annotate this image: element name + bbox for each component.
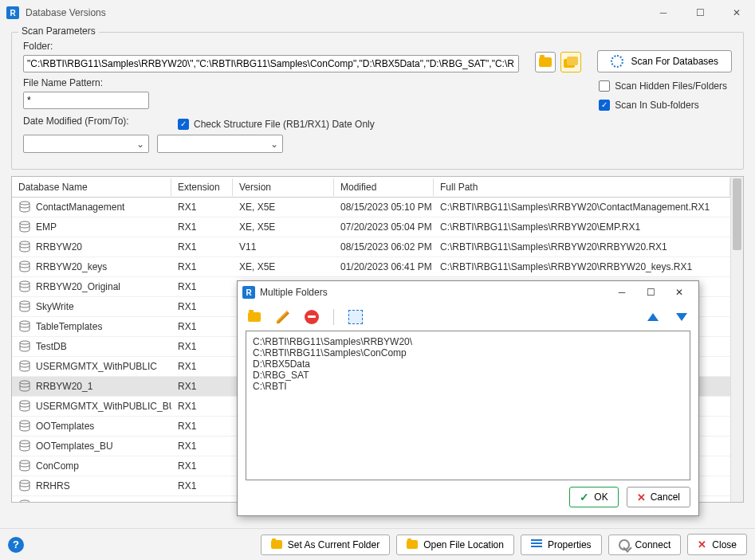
chevron-down-icon: ⌄ bbox=[268, 139, 281, 150]
pencil-icon bbox=[277, 311, 289, 323]
x-icon: ✕ bbox=[698, 538, 706, 550]
cell-ext: RX1 bbox=[171, 259, 233, 275]
cell-name: USERMGMTX_WithPUBLIC bbox=[36, 361, 157, 372]
svg-point-11 bbox=[20, 421, 29, 424]
move-down-button[interactable] bbox=[673, 308, 690, 326]
arrow-up-icon bbox=[647, 313, 659, 321]
database-icon bbox=[18, 300, 31, 313]
app-icon: R bbox=[6, 6, 19, 19]
ok-button[interactable]: ✓OK bbox=[569, 487, 618, 507]
cell-ext: RX1 bbox=[171, 199, 233, 215]
pattern-input[interactable] bbox=[23, 92, 149, 109]
cell-name: RRBYW20 bbox=[36, 241, 82, 253]
ok-label: OK bbox=[594, 491, 608, 503]
svg-point-15 bbox=[20, 500, 29, 502]
database-icon bbox=[18, 380, 31, 393]
col-database-name[interactable]: Database Name bbox=[12, 178, 171, 196]
cell-name: RRHRS bbox=[36, 480, 70, 491]
cell-mod: 07/20/2023 05:04 PM bbox=[334, 219, 434, 235]
cell-ext: RX1 bbox=[171, 239, 233, 255]
edit-button[interactable] bbox=[274, 308, 292, 326]
check-structure-checkbox[interactable]: ✓ bbox=[178, 119, 189, 130]
database-icon bbox=[18, 260, 31, 273]
cell-name: ContactManagement bbox=[36, 202, 124, 213]
remove-button[interactable] bbox=[303, 308, 320, 326]
footer-bar: ? Set As Current Folder Open File Locati… bbox=[0, 528, 755, 560]
connect-label: Connect bbox=[635, 539, 671, 550]
dialog-title: Multiple Folders bbox=[260, 287, 608, 298]
help-button[interactable]: ? bbox=[8, 537, 24, 553]
cell-ext: RX1 bbox=[171, 418, 233, 434]
svg-point-13 bbox=[20, 460, 29, 464]
svg-point-9 bbox=[20, 381, 29, 384]
scan-for-databases-button[interactable]: Scan For Databases bbox=[597, 50, 732, 72]
browse-folder-button[interactable] bbox=[535, 52, 556, 72]
scan-subfolders-checkbox[interactable]: ✓ bbox=[599, 100, 610, 111]
multiple-folders-button[interactable] bbox=[560, 52, 581, 72]
database-icon bbox=[18, 400, 31, 413]
scrollbar-thumb[interactable] bbox=[733, 178, 741, 250]
database-icon bbox=[18, 360, 31, 373]
dialog-toolbar bbox=[238, 303, 698, 331]
connect-button[interactable]: Connect bbox=[608, 535, 682, 555]
database-icon bbox=[18, 340, 31, 353]
date-from-combo[interactable]: ⌄ bbox=[23, 135, 149, 153]
table-row[interactable]: EMPRX1XE, X5E07/20/2023 05:04 PMC:\RBTI\… bbox=[12, 217, 730, 237]
titlebar: R Database Versions ─ ☐ ✕ bbox=[0, 0, 755, 25]
cell-name: OOTemplates_BU bbox=[36, 441, 113, 452]
date-modified-label: Date Modified (From/To): bbox=[23, 116, 129, 127]
vertical-scrollbar[interactable] bbox=[730, 177, 743, 502]
cell-name: OOTemplates bbox=[36, 421, 94, 432]
scan-button-label: Scan For Databases bbox=[631, 56, 718, 67]
table-row[interactable]: RRBYW20_keysRX1XE, X5E01/20/2023 06:41 P… bbox=[12, 257, 730, 277]
dialog-maximize-button[interactable]: ☐ bbox=[636, 282, 665, 303]
cell-name: SkyWrite bbox=[36, 301, 74, 312]
svg-point-12 bbox=[20, 441, 29, 444]
svg-point-1 bbox=[20, 221, 29, 225]
svg-point-3 bbox=[20, 261, 29, 264]
app-icon: R bbox=[242, 286, 255, 299]
minimize-button[interactable]: ─ bbox=[645, 0, 682, 25]
multiple-folders-dialog: R Multiple Folders ─ ☐ ✕ C:\RBTI\RBG11\S… bbox=[237, 280, 699, 516]
col-modified[interactable]: Modified bbox=[334, 178, 434, 196]
cell-ext: RX1 bbox=[171, 478, 233, 494]
database-icon bbox=[18, 241, 31, 253]
scan-parameters-legend: Scan Parameters bbox=[18, 25, 99, 37]
minus-circle-icon bbox=[305, 310, 319, 324]
cell-ver: XE, X5E bbox=[233, 259, 334, 275]
date-to-combo[interactable]: ⌄ bbox=[157, 135, 283, 153]
database-icon bbox=[18, 320, 31, 333]
col-full-path[interactable]: Full Path bbox=[434, 178, 730, 196]
dialog-minimize-button[interactable]: ─ bbox=[608, 282, 636, 303]
close-label: Close bbox=[712, 539, 737, 550]
add-folder-button[interactable] bbox=[246, 308, 263, 326]
svg-point-2 bbox=[20, 241, 29, 245]
close-button[interactable]: ✕Close bbox=[687, 534, 747, 555]
folder-label: Folder: bbox=[23, 41, 519, 52]
properties-button[interactable]: Properties bbox=[521, 535, 602, 555]
check-structure-label: Check Structure File (RB1/RX1) Date Only bbox=[194, 119, 375, 130]
set-folder-label: Set As Current Folder bbox=[288, 539, 379, 550]
maximize-button[interactable]: ☐ bbox=[682, 0, 718, 25]
database-icon bbox=[18, 201, 31, 213]
cancel-label: Cancel bbox=[651, 491, 680, 503]
select-all-button[interactable] bbox=[347, 308, 364, 326]
folder-input[interactable] bbox=[23, 55, 519, 72]
database-icon bbox=[18, 480, 31, 492]
cell-name: ConComp bbox=[36, 460, 79, 472]
open-file-location-button[interactable]: Open File Location bbox=[396, 535, 514, 555]
table-row[interactable]: ContactManagementRX1XE, X5E08/15/2023 05… bbox=[12, 198, 730, 217]
cell-ext: RX1 bbox=[171, 219, 233, 235]
properties-label: Properties bbox=[548, 539, 592, 550]
move-up-button[interactable] bbox=[644, 308, 662, 326]
close-window-button[interactable]: ✕ bbox=[718, 0, 755, 25]
folders-list-textarea[interactable]: C:\RBTI\RBG11\Samples\RRBYW20\ C:\RBTI\R… bbox=[246, 331, 690, 480]
cell-path: C:\RBTI\RBG11\Samples\RRBYW20\ContactMan… bbox=[434, 199, 730, 215]
col-version[interactable]: Version bbox=[233, 178, 334, 196]
dialog-close-button[interactable]: ✕ bbox=[665, 282, 694, 303]
table-row[interactable]: RRBYW20RX1V1108/15/2023 06:02 PMC:\RBTI\… bbox=[12, 237, 730, 257]
set-current-folder-button[interactable]: Set As Current Folder bbox=[261, 535, 390, 555]
cancel-button[interactable]: ✕Cancel bbox=[627, 487, 690, 507]
col-extension[interactable]: Extension bbox=[171, 178, 233, 196]
scan-hidden-checkbox[interactable] bbox=[599, 80, 610, 92]
